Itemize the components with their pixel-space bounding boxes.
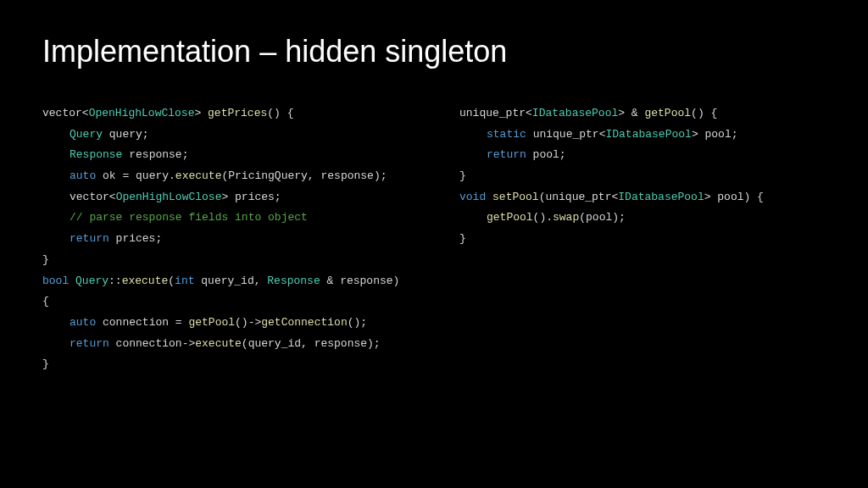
t: [69, 274, 75, 287]
t: execute: [175, 169, 222, 182]
t: [486, 191, 492, 203]
code-right: unique_ptr<IDatabasePool> & getPool() { …: [459, 103, 826, 375]
t: Response: [267, 274, 320, 287]
t: connection->: [109, 337, 195, 350]
t: <: [109, 191, 116, 203]
t: return: [487, 148, 526, 161]
t: > &: [618, 107, 644, 119]
t: {: [42, 295, 49, 308]
t: query_id,: [194, 274, 267, 287]
t: }: [42, 253, 49, 266]
t: Query: [75, 274, 108, 287]
t: IDatabasePool: [618, 191, 704, 203]
t: ().: [533, 211, 553, 224]
t: getPool: [188, 316, 235, 329]
t: }: [42, 358, 49, 370]
t: auto: [70, 316, 96, 329]
t: (pool);: [579, 211, 626, 224]
t: int: [175, 274, 194, 287]
t: vector: [42, 107, 82, 119]
t: > pool) {: [704, 191, 764, 203]
t: > prices;: [221, 191, 281, 203]
t: <: [82, 107, 89, 119]
t: IDatabasePool: [605, 128, 691, 141]
t: prices;: [109, 232, 162, 245]
t: swap: [553, 211, 579, 224]
t: ();: [348, 316, 367, 329]
t: execute: [195, 337, 242, 350]
t: getPool: [644, 107, 691, 119]
t: <: [526, 107, 532, 119]
t: }: [459, 169, 466, 182]
t: getConnection: [261, 316, 347, 329]
t: query;: [103, 128, 149, 141]
t: void: [459, 191, 486, 203]
t: unique_ptr: [533, 128, 599, 141]
t: () {: [267, 107, 293, 119]
t: > pool;: [692, 128, 738, 141]
t: OpenHighLowClose: [89, 107, 195, 119]
t: () {: [691, 107, 717, 119]
t: setPool: [492, 191, 539, 203]
t: getPool: [487, 211, 533, 224]
t: getPrices: [208, 107, 267, 119]
t: pool;: [526, 148, 566, 161]
t: }: [459, 232, 466, 245]
t: (: [168, 274, 175, 287]
t: unique_ptr: [545, 191, 611, 203]
t: bool: [42, 274, 69, 287]
t: response;: [122, 148, 188, 161]
t: return: [70, 232, 109, 245]
t: Response: [70, 148, 122, 161]
t: (PricingQuery, response);: [221, 169, 387, 182]
t: ok = query.: [96, 169, 175, 182]
t: (query_id, response);: [242, 337, 381, 350]
slide-title: Implementation – hidden singleton: [42, 34, 826, 69]
t: ()->: [235, 316, 261, 329]
t: >: [194, 107, 208, 119]
t: [526, 128, 533, 141]
t: execute: [122, 274, 169, 287]
t: connection =: [96, 316, 188, 329]
t: vector: [70, 191, 109, 203]
t: OpenHighLowClose: [116, 191, 222, 203]
t: IDatabasePool: [532, 107, 618, 119]
t: // parse response fields into object: [70, 211, 308, 224]
t: auto: [70, 169, 96, 182]
t: & response): [320, 274, 400, 287]
t: ::: [108, 274, 122, 287]
t: unique_ptr: [459, 107, 526, 119]
t: return: [70, 337, 109, 350]
t: static: [487, 128, 526, 141]
code-columns: vector<OpenHighLowClose> getPrices() { Q…: [42, 103, 826, 375]
code-left: vector<OpenHighLowClose> getPrices() { Q…: [42, 103, 409, 375]
t: Query: [70, 128, 103, 141]
